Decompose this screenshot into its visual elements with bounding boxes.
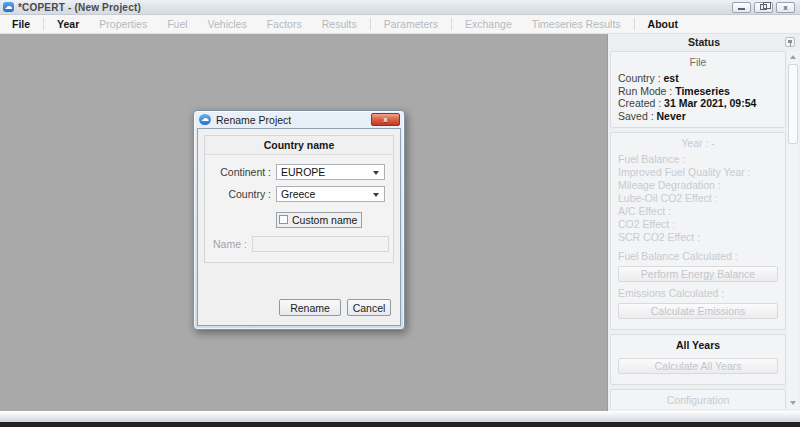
pin-icon[interactable]: [785, 37, 795, 47]
status-label: Run Mode :: [618, 85, 675, 97]
sidebar-scrollbar[interactable]: [787, 51, 799, 409]
dialog-close-button[interactable]: x: [371, 113, 400, 126]
restore-icon: [760, 4, 767, 10]
restore-button[interactable]: [754, 2, 773, 13]
file-section: File Country : est Run Mode : Timeseries…: [610, 51, 786, 128]
name-row: Name :: [213, 236, 385, 252]
menu-file[interactable]: File: [2, 18, 40, 30]
menu-fuel: Fuel: [157, 18, 197, 30]
dialog-footer: Rename Cancel: [279, 299, 391, 316]
rename-button[interactable]: Rename: [279, 299, 341, 316]
file-section-title: File: [618, 53, 778, 72]
perform-energy-balance-button[interactable]: Perform Energy Balance: [618, 266, 778, 282]
configuration-section: Configuration Perform automatic energy b…: [610, 389, 786, 409]
menu-separator: [451, 18, 452, 30]
minimize-icon: [738, 8, 745, 10]
year-item-co2-effect: CO2 Effect :: [618, 218, 778, 231]
menu-about[interactable]: About: [638, 18, 688, 30]
country-label: Country :: [213, 188, 271, 200]
close-button[interactable]: x: [776, 2, 795, 13]
fuel-balance-calculated-label: Fuel Balance Calculated :: [618, 250, 778, 263]
country-row: Country : Greece: [213, 186, 385, 202]
status-panel-title: Status: [688, 36, 720, 48]
configuration-section-title: Configuration: [618, 391, 778, 409]
status-panel-content: File Country : est Run Mode : Timeseries…: [610, 51, 786, 409]
status-row-saved: Saved : Never: [618, 110, 778, 123]
all-years-section: All Years Calculate All Years: [610, 334, 786, 385]
dialog-title-bar[interactable]: ☁ Rename Project x: [194, 111, 404, 128]
status-label: Country :: [618, 72, 664, 84]
year-section-title: Year : -: [618, 134, 778, 153]
copert-logo-icon: ☁: [199, 114, 211, 125]
continent-row: Continent : EUROPE: [213, 164, 385, 180]
status-row-run-mode: Run Mode : Timeseries: [618, 85, 778, 98]
status-label: Created :: [618, 97, 664, 109]
menu-timeseries-results: Timeseries Results: [522, 18, 631, 30]
calculate-emissions-button[interactable]: Calculate Emissions: [618, 303, 778, 319]
menu-exchange: Exchange: [455, 18, 522, 30]
custom-name-checkbox[interactable]: Custom name: [276, 212, 362, 228]
country-name-group: Country name Continent : EUROPE Country …: [204, 135, 394, 263]
year-item-fuel-balance: Fuel Balance :: [618, 153, 778, 166]
status-value: est: [664, 72, 679, 84]
menu-separator: [634, 18, 635, 30]
bottom-dark-strip: [0, 422, 800, 427]
status-value: 31 Mar 2021, 09:54: [664, 97, 756, 109]
menu-vehicles: Vehicles: [198, 18, 257, 30]
chevron-down-icon: [373, 193, 379, 197]
scroll-down-arrow[interactable]: [787, 397, 799, 409]
window-title: *COPERT - (New Project): [18, 2, 141, 13]
rename-project-dialog: ☁ Rename Project x Country name Continen…: [193, 110, 405, 330]
year-section: Year : - Fuel Balance : Improved Fuel Qu…: [610, 132, 786, 330]
custom-name-row: Custom name: [276, 210, 385, 228]
checkbox-icon: [279, 215, 288, 224]
close-icon: x: [783, 3, 787, 12]
status-bar: [0, 411, 800, 422]
dialog-body: Country name Continent : EUROPE Country …: [197, 128, 401, 326]
custom-name-label: Custom name: [292, 214, 357, 226]
menu-results: Results: [312, 18, 367, 30]
cancel-button[interactable]: Cancel: [347, 299, 391, 316]
year-item-lube-oil-co2: Lube-Oil CO2 Effect :: [618, 192, 778, 205]
menu-year[interactable]: Year: [47, 18, 89, 30]
all-years-section-title: All Years: [618, 336, 778, 355]
status-label: Saved :: [618, 110, 657, 122]
minimize-button[interactable]: [732, 2, 751, 13]
name-label: Name :: [213, 238, 247, 250]
copert-window: ☁ *COPERT - (New Project) x File Year Pr…: [0, 0, 800, 427]
country-select[interactable]: Greece: [276, 186, 385, 202]
calculate-all-years-button[interactable]: Calculate All Years: [618, 358, 778, 374]
country-name-group-title: Country name: [205, 136, 393, 155]
year-item-improved-fuel-quality: Improved Fuel Quality Year :: [618, 166, 778, 179]
country-selected-value: Greece: [281, 188, 315, 200]
emissions-calculated-label: Emissions Calculated :: [618, 287, 778, 300]
status-panel-header: Status: [608, 34, 800, 50]
continent-label: Continent :: [213, 166, 271, 178]
menu-separator: [43, 18, 44, 30]
status-row-country: Country : est: [618, 72, 778, 85]
menu-parameters: Parameters: [374, 18, 448, 30]
name-input[interactable]: [252, 236, 389, 252]
chevron-down-icon: [373, 171, 379, 175]
continent-selected-value: EUROPE: [281, 166, 325, 178]
menu-bar: File Year Properties Fuel Vehicles Facto…: [0, 15, 800, 34]
year-item-mileage-degradation: Mileage Degradation :: [618, 179, 778, 192]
year-item-scr-co2-effect: SCR CO2 Effect :: [618, 231, 778, 244]
year-item-ac-effect: A/C Effect :: [618, 205, 778, 218]
menu-properties: Properties: [89, 18, 157, 30]
status-value: Timeseries: [675, 85, 730, 97]
dialog-title: Rename Project: [216, 114, 291, 126]
menu-factors: Factors: [257, 18, 312, 30]
window-controls: x: [732, 2, 797, 13]
scroll-up-arrow[interactable]: [787, 51, 799, 63]
title-bar: ☁ *COPERT - (New Project) x: [0, 0, 800, 15]
scrollbar-thumb[interactable]: [788, 64, 798, 144]
menu-separator: [370, 18, 371, 30]
status-panel: Status File Country : est Run Mode : Tim…: [607, 34, 800, 411]
status-value: Never: [657, 110, 686, 122]
status-row-created: Created : 31 Mar 2021, 09:54: [618, 97, 778, 110]
continent-select[interactable]: EUROPE: [276, 164, 385, 180]
copert-logo-icon: ☁: [3, 2, 14, 12]
